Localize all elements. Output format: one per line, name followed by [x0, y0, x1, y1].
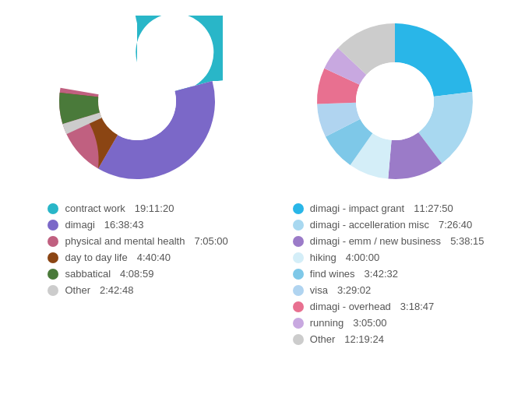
list-item: physical and mental health 7:05:00: [48, 235, 227, 247]
other1-dot: [48, 285, 58, 296]
other2-dot: [293, 334, 304, 345]
list-item: hiking 4:00:00: [293, 252, 484, 263]
legend-value: 4:40:40: [137, 252, 171, 263]
legend-value: 7:05:00: [194, 235, 227, 247]
hiking-dot: [293, 252, 304, 263]
legend-label: Other: [310, 333, 336, 345]
legend-label: sabbatical: [65, 268, 111, 280]
legend-value: 4:00:00: [346, 252, 379, 263]
contract-work-dot: [48, 203, 58, 214]
list-item: contract work 19:11:20: [48, 202, 227, 214]
visa-dot: [293, 285, 304, 296]
list-item: dimagi - impact grant 11:27:50: [293, 202, 484, 214]
legend-label: dimagi - overhead: [310, 301, 391, 312]
legend-value: 3:18:47: [400, 301, 434, 312]
legend-label: find wines: [310, 268, 355, 280]
legend-value: 11:27:50: [414, 202, 453, 214]
legend-label: dimagi - impact grant: [310, 202, 404, 214]
list-item: day to day life 4:40:40: [48, 252, 227, 263]
list-item: dimagi - emm / new business 5:38:15: [293, 235, 484, 247]
list-item: dimagi - accelleration misc 7:26:40: [293, 219, 484, 231]
running-dot: [293, 318, 304, 329]
legend-label: physical and mental health: [65, 235, 185, 247]
list-item: dimagi 16:38:43: [48, 219, 227, 231]
legend-label: contract work: [65, 202, 125, 214]
legend-label: day to day life: [65, 252, 127, 263]
daytoday-dot: [48, 252, 58, 263]
legend-value: 4:08:59: [120, 268, 153, 280]
legend-label: running: [310, 317, 344, 329]
physical-dot: [48, 236, 58, 247]
legend-2: dimagi - impact grant 11:27:50 dimagi - …: [293, 202, 484, 345]
accel-misc-dot: [293, 220, 304, 231]
legend-value: 3:29:02: [337, 284, 371, 296]
dimagi-dot: [48, 220, 58, 231]
list-item: find wines 3:42:32: [293, 268, 484, 280]
legend-label: Other: [65, 284, 90, 296]
sabbatical-dot: [48, 269, 58, 280]
donut-chart-2: [309, 16, 481, 187]
emm-dot: [293, 236, 304, 247]
list-item: visa 3:29:02: [293, 284, 484, 296]
legend-label: dimagi: [65, 219, 94, 231]
svg-point-0: [98, 62, 176, 140]
overhead-dot: [293, 301, 304, 312]
legend-value: 19:11:20: [135, 202, 174, 214]
legend-label: visa: [310, 284, 328, 296]
legend-label: dimagi - accelleration misc: [310, 219, 429, 231]
legend-value: 2:42:48: [100, 284, 133, 296]
findwines-dot: [293, 269, 304, 280]
legend-value: 7:26:40: [439, 219, 472, 231]
svg-point-1: [356, 62, 434, 140]
legend-1: contract work 19:11:20 dimagi 16:38:43 p…: [48, 202, 227, 296]
legend-value: 12:19:24: [344, 333, 384, 345]
impact-grant-dot: [293, 203, 304, 214]
donut-chart-1: [51, 16, 223, 187]
list-item: Other 12:19:24: [293, 333, 484, 345]
list-item: running 3:05:00: [293, 317, 484, 329]
list-item: Other 2:42:48: [48, 284, 227, 296]
legend-value: 16:38:43: [104, 219, 144, 231]
legend-value: 3:42:32: [365, 268, 398, 280]
list-item: dimagi - overhead 3:18:47: [293, 301, 484, 312]
list-item: sabbatical 4:08:59: [48, 268, 227, 280]
legend-label: dimagi - emm / new business: [310, 235, 441, 247]
legend-value: 5:38:15: [450, 235, 484, 247]
legend-value: 3:05:00: [353, 317, 386, 329]
legend-label: hiking: [310, 252, 336, 263]
